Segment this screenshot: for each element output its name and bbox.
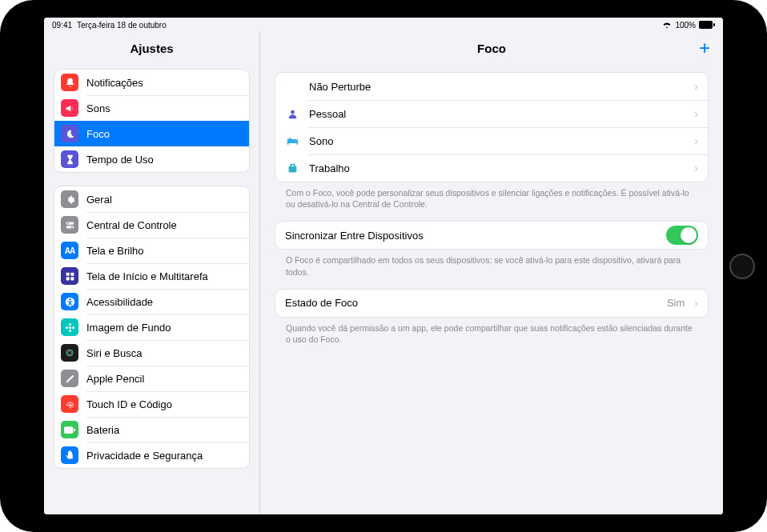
sidebar-item-tempo-de-uso[interactable]: Tempo de Uso: [54, 146, 249, 172]
pencil-icon: [61, 370, 78, 387]
detail-title: Foco: [477, 42, 506, 55]
sidebar-item-label: Notificações: [86, 77, 243, 89]
sidebar-item-privacidade-e-seguran-a[interactable]: Privacidade e Segurança: [54, 442, 249, 468]
status-bar: 09:41 Terça-feira 18 de outubro 100%: [44, 18, 723, 32]
focus-status-label: Estado de Foco: [285, 297, 657, 309]
sidebar-item-siri-e-busca[interactable]: Siri e Busca: [54, 340, 249, 366]
chevron-right-icon: ›: [694, 80, 698, 93]
svg-rect-21: [74, 428, 75, 431]
AA-icon: AA: [61, 242, 78, 259]
gear-icon: [61, 190, 78, 208]
detail-content[interactable]: Não Perturbe›Pessoal›Sono›Trabalho› Com …: [260, 64, 723, 514]
chevron-right-icon: ›: [694, 297, 698, 310]
bed-icon: [285, 136, 299, 146]
person-icon: [285, 109, 299, 119]
svg-rect-8: [66, 277, 69, 280]
screen: 09:41 Terça-feira 18 de outubro 100% Aju…: [44, 18, 723, 514]
wifi-icon: [662, 22, 672, 29]
svg-rect-6: [66, 272, 69, 275]
hourglass-icon: [61, 150, 78, 168]
focus-mode-label: Não Perturbe: [309, 81, 685, 93]
sidebar-item-label: Foco: [86, 128, 243, 140]
switches-icon: [61, 216, 78, 234]
sidebar-item-tela-e-brilho[interactable]: AATela e Brilho: [54, 238, 249, 263]
sidebar-item-bateria[interactable]: Bateria: [54, 417, 249, 442]
sidebar-item-label: Imagem de Fundo: [86, 322, 243, 334]
sidebar-item-geral[interactable]: Geral: [54, 186, 249, 212]
add-focus-button[interactable]: +: [699, 38, 710, 58]
svg-point-14: [68, 329, 70, 331]
focus-mode-n-o-perturbe[interactable]: Não Perturbe›: [275, 73, 708, 100]
home-button[interactable]: [729, 254, 755, 279]
focus-status-value: Sim: [667, 297, 685, 309]
svg-rect-20: [64, 426, 73, 434]
svg-point-12: [68, 326, 70, 328]
status-date: Terça-feira 18 de outubro: [77, 21, 167, 30]
speaker-icon: [61, 99, 78, 117]
briefcase-icon: [285, 163, 299, 174]
moon-icon: [285, 82, 299, 92]
svg-rect-7: [70, 272, 74, 275]
sidebar-item-central-de-controle[interactable]: Central de Controle: [54, 212, 249, 238]
focus-mode-label: Pessoal: [309, 108, 685, 120]
siri-icon: [61, 344, 78, 362]
sidebar-item-imagem-de-fundo[interactable]: Imagem de Fundo: [54, 314, 249, 340]
sidebar-item-label: Tempo de Uso: [86, 154, 243, 166]
sync-toggle[interactable]: [666, 226, 698, 245]
focus-status-footer: Quando você dá permissão a um app, ele p…: [275, 318, 709, 356]
sidebar-item-tela-de-in-cio-e-multitarefa[interactable]: Tela de Início e Multitarefa: [54, 263, 249, 289]
detail-header: Foco +: [260, 32, 723, 64]
sync-label: Sincronizar Entre Dispositivos: [285, 230, 657, 242]
sidebar-title: Ajustes: [44, 32, 259, 64]
battery-icon: [699, 21, 715, 29]
svg-point-11: [69, 298, 70, 300]
sidebar-item-label: Acessibilidade: [86, 296, 243, 308]
focus-status-group: Estado de Foco Sim ›: [275, 289, 709, 318]
focus-mode-label: Sono: [309, 135, 685, 147]
sidebar-item-sons[interactable]: Sons: [54, 95, 249, 121]
svg-point-5: [70, 226, 72, 227]
focus-modes-footer: Com o Foco, você pode personalizar seus …: [275, 182, 709, 221]
touchid-icon: [61, 395, 78, 413]
sidebar-item-label: Tela e Brilho: [86, 245, 243, 257]
sidebar-content[interactable]: NotificaçõesSonsFocoTempo de UsoGeralCen…: [44, 64, 259, 514]
sidebar-item-label: Apple Pencil: [86, 373, 243, 385]
battery-percent: 100%: [675, 21, 696, 30]
moon-icon: [61, 125, 78, 142]
svg-point-16: [71, 326, 74, 328]
svg-rect-1: [713, 23, 715, 26]
svg-rect-23: [288, 166, 296, 172]
svg-point-15: [65, 326, 67, 328]
sidebar-item-apple-pencil[interactable]: Apple Pencil: [54, 366, 249, 391]
sidebar-item-foco[interactable]: Foco: [54, 121, 249, 146]
svg-rect-0: [699, 21, 713, 29]
sidebar: Ajustes NotificaçõesSonsFocoTempo de Uso…: [44, 32, 260, 514]
svg-rect-9: [70, 277, 74, 280]
sidebar-item-touch-id-e-c-digo[interactable]: Touch ID e Código: [54, 391, 249, 417]
sidebar-item-label: Touch ID e Código: [86, 398, 243, 410]
battery-icon: [61, 421, 78, 438]
focus-mode-pessoal[interactable]: Pessoal›: [275, 100, 708, 127]
chevron-right-icon: ›: [694, 162, 698, 174]
sidebar-item-acessibilidade[interactable]: Acessibilidade: [54, 289, 249, 314]
sidebar-item-label: Bateria: [86, 424, 243, 436]
svg-point-4: [67, 222, 69, 224]
sidebar-item-label: Siri e Busca: [86, 347, 243, 359]
chevron-right-icon: ›: [694, 107, 698, 120]
sidebar-item-notifica-es[interactable]: Notificações: [54, 70, 249, 95]
svg-point-13: [68, 322, 70, 325]
focus-status-row[interactable]: Estado de Foco Sim ›: [275, 290, 708, 317]
flower-icon: [61, 318, 78, 336]
status-time: 09:41: [52, 21, 72, 30]
detail-pane: Foco + Não Perturbe›Pessoal›Sono›Trabalh…: [260, 32, 723, 514]
accessibility-icon: [61, 293, 78, 310]
sync-group: Sincronizar Entre Dispositivos: [275, 221, 709, 250]
focus-mode-trabalho[interactable]: Trabalho›: [275, 154, 708, 182]
sidebar-item-label: Central de Controle: [86, 219, 243, 231]
sync-row[interactable]: Sincronizar Entre Dispositivos: [275, 222, 708, 249]
sidebar-group: NotificaçõesSonsFocoTempo de Uso: [54, 69, 250, 173]
hand-icon: [61, 446, 78, 464]
focus-mode-sono[interactable]: Sono›: [275, 127, 708, 154]
bell-icon: [61, 74, 78, 91]
focus-modes-group: Não Perturbe›Pessoal›Sono›Trabalho›: [275, 72, 709, 182]
